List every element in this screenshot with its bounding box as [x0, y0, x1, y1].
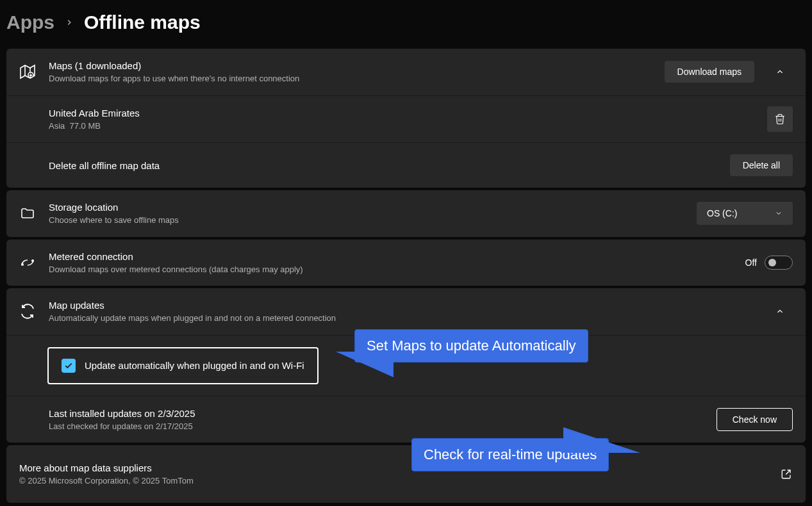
storage-panel: Storage location Choose where to save of…	[6, 190, 806, 237]
last-installed-label: Last installed updates on 2/3/2025	[49, 407, 704, 420]
storage-row[interactable]: Storage location Choose where to save of…	[6, 190, 806, 237]
metered-toggle-label: Off	[745, 257, 757, 268]
svg-point-4	[22, 264, 23, 265]
storage-selected-value: OS (C:)	[707, 208, 737, 218]
metered-subtitle: Download maps over metered connections (…	[49, 263, 733, 276]
toggle-knob	[768, 259, 776, 266]
delete-all-row: Delete all offline map data Delete all	[6, 143, 806, 188]
updates-title: Map updates	[49, 298, 754, 312]
storage-location-select[interactable]: OS (C:)	[697, 202, 793, 225]
svg-point-5	[32, 260, 33, 261]
auto-update-row: Update automatically when plugged in and…	[6, 336, 806, 396]
breadcrumb: Apps Offline maps	[6, 6, 806, 49]
about-panel: More about map data suppliers © 2025 Mic…	[6, 445, 806, 503]
delete-map-button[interactable]	[767, 106, 793, 132]
metered-title: Metered connection	[49, 250, 733, 263]
about-copyright: © 2025 Microsoft Corporation, © 2025 Tom…	[19, 475, 767, 487]
collapse-updates-icon[interactable]	[767, 298, 793, 324]
check-now-button[interactable]: Check now	[717, 408, 793, 431]
auto-update-checkbox[interactable]	[62, 359, 76, 373]
updates-panel: Map updates Automatically update maps wh…	[6, 288, 806, 443]
map-item-meta: Asia 77.0 MB	[49, 120, 754, 133]
metered-icon	[19, 254, 36, 271]
storage-subtitle: Choose where to save offline maps	[49, 214, 684, 227]
maps-panel: Maps (1 downloaded) Download maps for ap…	[6, 49, 806, 188]
last-update-row: Last installed updates on 2/3/2025 Last …	[6, 396, 806, 443]
auto-update-checkbox-group[interactable]: Update automatically when plugged in and…	[47, 347, 319, 384]
metered-panel: Metered connection Download maps over me…	[6, 240, 806, 286]
delete-all-title: Delete all offline map data	[49, 159, 717, 172]
page-title: Offline maps	[84, 12, 201, 33]
delete-all-button[interactable]: Delete all	[730, 154, 793, 176]
metered-toggle[interactable]	[765, 256, 793, 270]
folder-icon	[19, 205, 36, 222]
storage-title: Storage location	[49, 200, 684, 214]
map-item-name: United Arab Emirates	[49, 106, 754, 120]
chevron-down-icon	[775, 209, 783, 217]
external-link-icon[interactable]	[780, 468, 793, 480]
chevron-right-icon	[65, 14, 74, 31]
updates-header-row[interactable]: Map updates Automatically update maps wh…	[6, 288, 806, 336]
about-title: More about map data suppliers	[19, 461, 767, 475]
callout-check-now: Check for real-time updates	[411, 438, 609, 471]
maps-subtitle: Download maps for apps to use when there…	[49, 72, 652, 85]
maps-header-row[interactable]: Maps (1 downloaded) Download maps for ap…	[6, 49, 806, 96]
updates-subtitle: Automatically update maps when plugged i…	[49, 312, 754, 325]
breadcrumb-parent[interactable]: Apps	[6, 12, 54, 33]
maps-title: Maps (1 downloaded)	[49, 59, 652, 72]
collapse-icon[interactable]	[767, 59, 793, 85]
trash-icon	[774, 113, 786, 125]
metered-row: Metered connection Download maps over me…	[6, 240, 806, 286]
map-item-row: United Arab Emirates Asia 77.0 MB	[6, 96, 806, 143]
about-row[interactable]: More about map data suppliers © 2025 Mic…	[6, 445, 806, 503]
check-icon	[64, 361, 73, 370]
callout-auto-update: Set Maps to update Automatically	[354, 329, 588, 363]
download-maps-button[interactable]: Download maps	[665, 61, 754, 83]
auto-update-label: Update automatically when plugged in and…	[85, 359, 304, 372]
map-icon	[19, 63, 36, 80]
sync-icon	[19, 303, 36, 320]
